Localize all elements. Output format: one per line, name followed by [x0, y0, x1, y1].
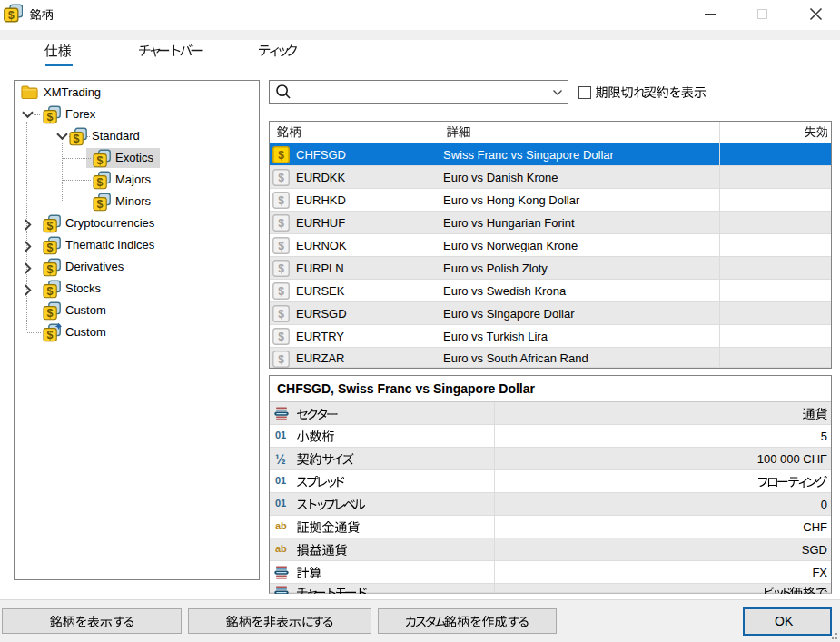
svg-text:$: $: [278, 331, 284, 343]
svg-text:$: $: [278, 353, 284, 366]
svg-text:$: $: [278, 149, 284, 162]
svg-text:$: $: [278, 262, 284, 275]
svg-text:$: $: [47, 329, 54, 341]
svg-text:$: $: [47, 111, 54, 123]
svg-text:$: $: [47, 285, 54, 298]
svg-text:$: $: [278, 172, 284, 184]
svg-text:$: $: [47, 263, 54, 276]
svg-text:$: $: [278, 240, 284, 252]
svg-text:$: $: [97, 176, 104, 189]
svg-text:$: $: [47, 220, 54, 232]
svg-text:$: $: [278, 217, 284, 230]
svg-text:$: $: [47, 307, 54, 320]
svg-text:$: $: [97, 154, 104, 167]
svg-text:$: $: [74, 133, 80, 145]
svg-text:$: $: [278, 308, 284, 321]
svg-text:$: $: [8, 9, 15, 22]
svg-text:$: $: [97, 198, 104, 211]
svg-text:$: $: [47, 242, 54, 254]
svg-text:$: $: [278, 194, 284, 207]
svg-text:$: $: [278, 285, 284, 298]
